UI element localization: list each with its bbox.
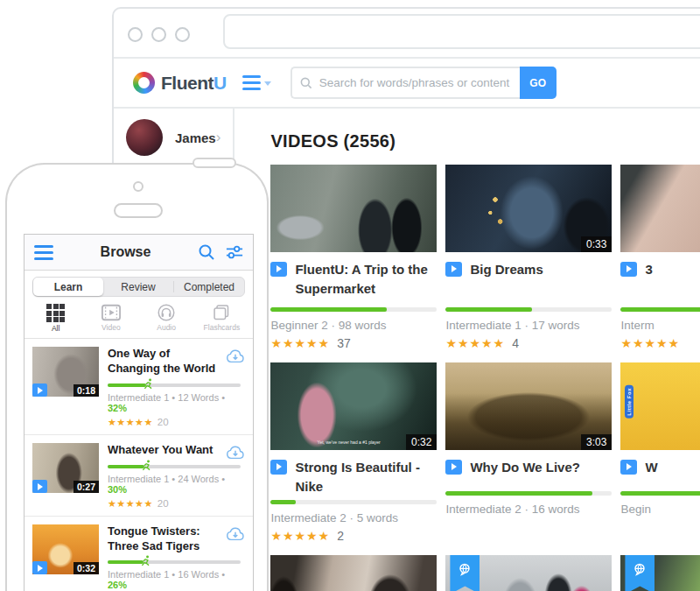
video-card[interactable]: 3 Interm ★★★★★: [620, 165, 700, 350]
tab-review[interactable]: Review: [103, 278, 173, 296]
video-thumbnail[interactable]: 0:18: [32, 347, 99, 397]
phone-mockup: Browse Learn Review Completed: [5, 163, 269, 591]
screen-title: Browse: [53, 244, 198, 260]
category-bar: All Video: [24, 302, 253, 339]
video-card[interactable]: 3:03 Why Do We Live? Intermediate 2 · 16…: [445, 362, 612, 543]
video-thumbnail[interactable]: 3:03: [445, 362, 612, 450]
video-card[interactable]: 3:01: [445, 555, 612, 591]
littlefox-logo: Little Fox: [625, 385, 634, 419]
window-minimize-button[interactable]: [151, 27, 166, 42]
download-cloud-icon[interactable]: [225, 525, 246, 546]
video-list-item[interactable]: 0:32 Tongue Twisters: Three Sad Tigers I…: [24, 517, 253, 591]
category-video[interactable]: Video: [83, 304, 138, 333]
category-all[interactable]: All: [28, 304, 83, 333]
play-button[interactable]: [445, 262, 462, 277]
video-title[interactable]: Strong Is Beautiful - Nike: [295, 458, 437, 496]
video-title[interactable]: Why Do We Live?: [470, 458, 580, 488]
duration-badge: 0:32: [74, 562, 99, 574]
fluentu-logo-text: FluentU: [161, 73, 227, 94]
progress-bar: [270, 307, 437, 312]
video-meta: Beginner 2 · 98 words: [270, 319, 437, 332]
video-title[interactable]: Big Dreams: [470, 260, 542, 304]
play-button[interactable]: [270, 262, 287, 277]
video-thumbnail[interactable]: 0:14: [270, 555, 437, 591]
video-list-item[interactable]: 0:27 Whatever You Want Intermediate 1 • …: [24, 435, 253, 517]
download-cloud-icon[interactable]: [225, 444, 246, 465]
search-bar: GO: [290, 67, 556, 99]
browser-chrome: [114, 9, 700, 59]
search-icon: [299, 76, 313, 90]
progress-bar: [108, 465, 241, 468]
video-title[interactable]: W: [645, 458, 657, 488]
video-title[interactable]: 3: [645, 260, 652, 304]
search-input[interactable]: [319, 76, 513, 89]
video-thumbnail[interactable]: [270, 165, 437, 252]
duration-badge: 3:03: [581, 434, 612, 450]
flashcards-icon: [213, 304, 230, 321]
video-list-item[interactable]: 0:18 One Way of Changing the World Inter…: [24, 339, 253, 435]
menu-button[interactable]: [34, 245, 53, 260]
app-header: Browse: [24, 235, 253, 271]
video-thumbnail[interactable]: [620, 555, 700, 591]
video-thumbnail[interactable]: 3:01: [445, 555, 612, 591]
duration-badge: 0:18: [74, 384, 99, 397]
play-button[interactable]: [32, 561, 47, 574]
video-thumbnail[interactable]: Little Fox: [620, 362, 700, 450]
window-zoom-button[interactable]: [175, 27, 190, 42]
video-thumbnail[interactable]: Yet, we've never had a #1 player 0:32: [270, 362, 437, 450]
filter-sliders-icon[interactable]: [226, 245, 243, 259]
play-button[interactable]: [620, 460, 637, 475]
video-card[interactable]: FluentU: A Trip to the Supermarket Begin…: [270, 165, 437, 350]
progress-bar: [108, 383, 241, 387]
search-go-button[interactable]: GO: [520, 67, 556, 99]
window-controls: [128, 27, 190, 42]
play-button[interactable]: [620, 262, 637, 277]
user-name: James: [175, 130, 216, 145]
runner-icon: [141, 459, 152, 475]
tab-completed[interactable]: Completed: [174, 278, 244, 296]
category-flashcards[interactable]: Flashcards: [194, 304, 249, 333]
category-audio[interactable]: Audio: [139, 304, 194, 333]
rating-count: 37: [337, 336, 351, 350]
chevron-down-icon: [264, 81, 271, 86]
star-rating: ★★★★★: [270, 529, 330, 543]
video-thumbnail[interactable]: [620, 165, 700, 252]
video-card[interactable]: Yet, we've never had a #1 player 0:32 St…: [270, 362, 437, 543]
video-card[interactable]: 0:14: [270, 555, 437, 591]
learned-percent: 26%: [108, 580, 127, 590]
video-thumbnail[interactable]: 0:33: [445, 165, 612, 252]
play-button[interactable]: [445, 460, 462, 475]
video-thumbnail[interactable]: 0:32: [32, 524, 99, 574]
segmented-control: Learn Review Completed: [32, 277, 245, 297]
video-title[interactable]: FluentU: A Trip to the Supermarket: [295, 260, 437, 304]
video-card[interactable]: 0:33 Big Dreams Intermediate 1 · 17 word…: [445, 165, 612, 350]
video-meta: Intermediate 2 · 16 words: [445, 503, 612, 516]
avatar: [126, 119, 163, 156]
globe-icon: [456, 560, 473, 580]
chevron-right-icon: ›: [216, 129, 221, 146]
site-header: FluentU GO: [114, 59, 700, 107]
phone-power-button: [192, 158, 236, 168]
progress-bar: [620, 307, 700, 312]
tab-learn[interactable]: Learn: [33, 278, 103, 296]
page-title: VIDEOS (2556): [270, 131, 700, 151]
window-close-button[interactable]: [128, 27, 143, 42]
url-bar[interactable]: [223, 14, 700, 49]
grid-icon: [46, 304, 65, 322]
video-meta: Intermediate 1 • 16 Words • 26%: [108, 569, 246, 590]
video-card[interactable]: [620, 555, 700, 591]
play-button[interactable]: [270, 460, 287, 475]
play-button[interactable]: [32, 480, 47, 493]
video-icon: [102, 304, 121, 321]
star-rating: ★★★★★: [108, 498, 153, 509]
runner-icon: [143, 377, 154, 393]
main-menu-button[interactable]: [242, 75, 271, 90]
play-button[interactable]: [32, 383, 47, 397]
video-card[interactable]: Little Fox W Begin: [620, 362, 700, 543]
star-rating: ★★★★★: [620, 336, 680, 350]
search-icon[interactable]: [198, 243, 215, 261]
fluentu-logo[interactable]: FluentU: [133, 72, 227, 94]
download-cloud-icon[interactable]: [225, 348, 246, 369]
video-thumbnail[interactable]: 0:27: [32, 443, 99, 493]
runner-icon: [140, 554, 151, 570]
